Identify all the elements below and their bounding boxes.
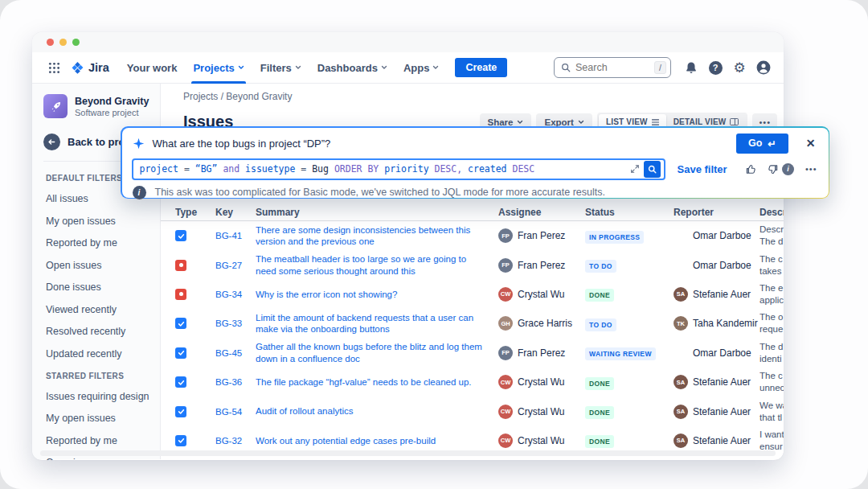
reporter-cell: TKTaha Kandemir	[674, 316, 760, 331]
table-row: BG-45Gather all the known bugs before th…	[161, 339, 784, 368]
assignee-cell: FPFran Perez	[498, 346, 585, 360]
sidebar-item-open-issues[interactable]: Open issues	[46, 260, 160, 271]
description-line: applic	[760, 294, 784, 306]
search-icon	[561, 63, 571, 72]
description-line: that tl	[760, 412, 784, 424]
status-cell: DONE	[585, 286, 674, 302]
traffic-light-zoom[interactable]	[72, 39, 80, 46]
create-button[interactable]: Create	[455, 58, 507, 77]
sidebar-item-issues-requiring-design[interactable]: Issues requiring design	[46, 391, 160, 402]
issue-key-link[interactable]: BG-41	[215, 231, 256, 240]
issue-key-link[interactable]: BG-33	[215, 318, 256, 328]
close-icon[interactable]: ✕	[806, 137, 816, 150]
assignee-name: Crystal Wu	[518, 289, 564, 300]
jql-token-field: project	[140, 163, 178, 175]
issue-summary-link[interactable]: The meatball header is too large so we a…	[256, 253, 498, 277]
sidebar-section-title: STARRED FILTERS	[46, 372, 160, 380]
global-search[interactable]: /	[554, 57, 671, 78]
nav-item-label: Projects	[193, 62, 234, 74]
chevron-down-icon	[432, 64, 439, 71]
description-line: Descr	[760, 224, 784, 236]
nav-item-projects[interactable]: Projects	[185, 52, 252, 84]
nav-item-your-work[interactable]: Your work	[119, 52, 186, 84]
assignee-name: Grace Harris	[518, 318, 572, 329]
jira-logo-text: Jira	[88, 61, 109, 74]
nav-item-dashboards[interactable]: Dashboards	[309, 52, 395, 84]
nav-item-label: Dashboards	[317, 62, 378, 74]
jira-logo[interactable]: Jira	[68, 61, 116, 75]
traffic-light-minimize[interactable]	[59, 39, 67, 46]
status-badge: TO DO	[585, 318, 616, 331]
description-line: We wa	[760, 400, 784, 412]
avatar: TK	[674, 316, 688, 331]
jql-token-keyword: ORDER BY	[329, 163, 379, 175]
issue-summary-link[interactable]: Gather all the known bugs before the bli…	[256, 341, 498, 364]
traffic-light-close[interactable]	[47, 39, 54, 46]
chevron-down-icon	[381, 64, 387, 71]
sidebar-item-my-open-issues[interactable]: My open issues	[46, 216, 160, 227]
thumbs-up-icon[interactable]	[745, 163, 757, 175]
notifications-bell-icon[interactable]	[681, 57, 702, 78]
reporter-name: Stefanie Auer	[693, 435, 751, 446]
project-header: Beyond Gravity Software project	[43, 94, 160, 118]
issue-summary-link[interactable]: Limit the amount of backend requests tha…	[256, 312, 498, 335]
issue-summary-link[interactable]: The file package “hgf-value” needs to be…	[256, 376, 498, 388]
ai-more-button[interactable]: •••	[805, 164, 817, 174]
search-input[interactable]	[575, 62, 649, 73]
settings-gear-icon[interactable]: ⚙	[729, 57, 750, 78]
search-shortcut-key: /	[654, 61, 666, 74]
jql-input[interactable]: project = “BG” and issuetype = Bug ORDER…	[132, 158, 665, 180]
top-navbar: Jira Your workProjectsFiltersDashboardsA…	[32, 52, 784, 84]
table-header: TypeKeySummaryAssigneeStatusReporterDesc…	[161, 204, 784, 221]
type-cell	[175, 406, 215, 417]
description-line: The e	[760, 282, 784, 294]
expand-icon[interactable]	[630, 164, 640, 174]
sidebar-item-done-issues[interactable]: Done issues	[46, 281, 160, 293]
sidebar-item-reported-by-me[interactable]: Reported by me	[46, 237, 160, 249]
breadcrumb[interactable]: Projects / Beyond Gravity	[183, 91, 784, 102]
save-filter-link[interactable]: Save filter	[678, 163, 727, 175]
issue-key-link[interactable]: BG-34	[215, 290, 256, 299]
sidebar-item-open-issues[interactable]: Open issues	[46, 457, 160, 460]
issue-key-link[interactable]: BG-27	[215, 261, 256, 270]
sidebar-item-updated-recently[interactable]: Updated recently	[46, 348, 160, 360]
thumbs-down-icon[interactable]	[767, 163, 779, 175]
issue-key-link[interactable]: BG-45	[215, 348, 256, 358]
sidebar-item-viewed-recently[interactable]: Viewed recently	[46, 304, 160, 315]
nav-item-label: Your work	[127, 62, 178, 74]
nav-item-apps[interactable]: Apps	[395, 52, 448, 84]
assignee-cell: FPFran Perez	[498, 258, 585, 273]
assignee-name: Crystal Wu	[518, 435, 564, 446]
issue-key-link[interactable]: BG-54	[215, 407, 256, 417]
avatar: FP	[498, 228, 513, 243]
issue-key-link[interactable]: BG-36	[215, 377, 256, 387]
issue-key-link[interactable]: BG-32	[215, 436, 256, 446]
issue-summary-link[interactable]: Audit of rollout analytics	[256, 405, 498, 417]
nav-item-filters[interactable]: Filters	[252, 52, 309, 84]
status-badge: DONE	[585, 406, 614, 419]
description-cell: We wathat tl	[760, 400, 784, 424]
status-cell: TO DO	[585, 316, 674, 331]
sidebar-item-reported-by-me[interactable]: Reported by me	[46, 435, 160, 446]
info-icon[interactable]: i	[782, 163, 794, 175]
help-icon[interactable]: ?	[705, 57, 726, 78]
issue-summary-link[interactable]: Why is the error icon not showing?	[256, 289, 498, 301]
go-button[interactable]: Go ↵	[736, 134, 788, 154]
reporter-cell: SAStefanie Auer	[674, 287, 760, 302]
issue-summary-link[interactable]: Work out any potential edge cases pre-bu…	[256, 435, 498, 447]
reporter-name: Omar Darboe	[693, 260, 751, 271]
issue-summary-link[interactable]: There are some design inconsistencies be…	[256, 224, 498, 248]
profile-avatar-icon[interactable]	[753, 57, 774, 78]
jql-search-button[interactable]	[644, 161, 661, 178]
app-switcher-icon[interactable]	[43, 57, 64, 78]
sidebar-item-my-open-issues[interactable]: My open issues	[46, 413, 160, 424]
reporter-name: Stefanie Auer	[693, 406, 751, 417]
project-avatar	[43, 94, 68, 118]
description-cell: The oreque	[760, 311, 784, 335]
description-cell: The cunnec	[760, 370, 784, 394]
nav-item-label: Filters	[260, 62, 292, 74]
table-row: BG-54Audit of rollout analyticsCWCrystal…	[161, 397, 784, 425]
description-cell: The ctakes	[760, 253, 784, 277]
sidebar-item-resolved-recently[interactable]: Resolved recently	[46, 326, 160, 337]
horizontal-scrollbar[interactable]	[40, 450, 776, 456]
